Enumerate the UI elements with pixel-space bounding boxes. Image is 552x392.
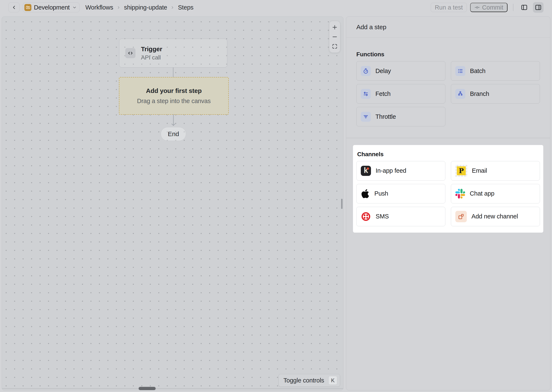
function-card-throttle[interactable]: Throttle xyxy=(356,107,445,126)
channel-card-label: Email xyxy=(472,167,487,174)
channel-card-sms[interactable]: SMS xyxy=(356,207,445,226)
channel-card-label: In-app feed xyxy=(376,167,406,174)
sidebar-header: Add a step xyxy=(346,17,550,37)
channel-card-in-app-feed[interactable]: k In-app feed xyxy=(356,161,445,181)
functions-section-label: Functions xyxy=(356,51,540,58)
function-card-delay[interactable]: Delay xyxy=(356,61,445,81)
twilio-logo-icon xyxy=(361,211,371,222)
horizontal-scrollbar-thumb[interactable] xyxy=(139,387,156,390)
function-card-label: Branch xyxy=(470,90,489,97)
environment-label: Development xyxy=(34,4,70,11)
function-card-label: Batch xyxy=(470,68,486,75)
sidebar-body: Functions Delay Batch xyxy=(346,51,550,243)
channel-card-push[interactable]: Push xyxy=(356,184,445,203)
toggle-controls-label: Toggle controls xyxy=(283,377,324,384)
toggle-controls-button[interactable]: Toggle controls K xyxy=(279,374,340,387)
function-card-fetch[interactable]: Fetch xyxy=(356,84,445,104)
zoom-in-button[interactable] xyxy=(330,23,340,32)
chevron-left-icon xyxy=(11,5,17,10)
toggle-right-panel-button[interactable] xyxy=(533,2,544,13)
folder-icon xyxy=(24,4,31,11)
trigger-subtitle: API call xyxy=(141,54,162,61)
channel-card-label: Push xyxy=(374,190,388,197)
channels-section-label: Channels xyxy=(357,151,540,158)
breadcrumb-workflows[interactable]: Workflows xyxy=(85,4,113,11)
function-card-label: Fetch xyxy=(375,90,391,97)
breadcrumb-workflow-name[interactable]: shipping-update xyxy=(124,4,167,11)
slack-logo-icon xyxy=(455,189,465,199)
main-area: Trigger API call Add your first step Dra… xyxy=(2,16,550,390)
commit-icon xyxy=(474,5,480,10)
swap-arrows-icon xyxy=(361,89,371,99)
zoom-out-button[interactable] xyxy=(330,32,340,42)
function-card-label: Delay xyxy=(375,68,391,75)
branch-tree-icon xyxy=(455,89,465,99)
chevron-right-icon xyxy=(116,6,121,9)
back-button[interactable] xyxy=(8,3,20,12)
trigger-node[interactable]: Trigger API call xyxy=(119,39,227,68)
end-node: End xyxy=(161,127,186,141)
sidebar-divider xyxy=(346,138,550,138)
top-bar: Development Workflows shipping-update St… xyxy=(0,0,552,15)
chevron-right-icon xyxy=(170,6,174,9)
function-card-label: Throttle xyxy=(375,113,396,120)
channel-card-add-new[interactable]: Add new channel xyxy=(451,207,540,226)
dropzone-subtitle: Drag a step into the canvas xyxy=(137,98,211,105)
minus-icon xyxy=(332,34,338,40)
functions-grid: Delay Batch Fetch xyxy=(356,61,540,126)
commit-label: Commit xyxy=(482,4,503,11)
toggle-left-panel-button[interactable] xyxy=(519,2,530,13)
batch-list-icon xyxy=(455,66,465,76)
channel-card-label: SMS xyxy=(376,213,389,220)
apple-logo-icon xyxy=(361,189,370,199)
fullscreen-icon xyxy=(332,43,338,49)
add-first-step-dropzone[interactable]: Add your first step Drag a step into the… xyxy=(119,77,229,115)
plus-icon xyxy=(332,24,338,30)
knock-logo-icon: k xyxy=(361,166,371,176)
dropzone-title: Add your first step xyxy=(146,87,202,94)
panel-left-icon xyxy=(521,4,528,11)
panel-right-icon xyxy=(535,4,542,11)
vertical-scrollbar-thumb[interactable] xyxy=(341,199,342,209)
add-step-sidebar: Add a step Functions Delay Batch xyxy=(346,16,550,390)
postmark-logo-icon: P xyxy=(455,165,467,177)
function-card-batch[interactable]: Batch xyxy=(451,61,540,81)
keyboard-shortcut-badge: K xyxy=(328,376,337,385)
fit-view-button[interactable] xyxy=(330,42,340,51)
trigger-title: Trigger xyxy=(141,46,162,53)
code-icon xyxy=(125,48,135,58)
workflow-canvas[interactable]: Trigger API call Add your first step Dra… xyxy=(2,16,343,390)
stopwatch-icon xyxy=(361,66,371,76)
add-channel-icon xyxy=(455,211,467,222)
sidebar-title: Add a step xyxy=(356,23,386,31)
horizontal-scrollbar-track xyxy=(2,388,343,389)
breadcrumb: Workflows shipping-update Steps xyxy=(85,4,194,11)
canvas-zoom-controls xyxy=(329,21,340,53)
channel-card-chat-app[interactable]: Chat app xyxy=(451,184,540,203)
edge-connector xyxy=(173,68,173,77)
channel-card-label: Add new channel xyxy=(472,213,518,220)
topbar-divider xyxy=(513,4,513,11)
function-card-branch[interactable]: Branch xyxy=(451,84,540,104)
channels-highlight-panel: Channels k In-app feed P xyxy=(353,145,543,233)
channel-card-email[interactable]: P Email xyxy=(451,161,540,181)
run-test-button[interactable]: Run a test xyxy=(431,3,467,12)
commit-button[interactable]: Commit xyxy=(470,3,508,12)
breadcrumb-steps[interactable]: Steps xyxy=(178,4,193,11)
environment-switcher[interactable]: Development xyxy=(23,3,80,12)
channel-card-label: Chat app xyxy=(470,190,494,197)
channels-grid: k In-app feed P Email xyxy=(356,161,540,226)
chevron-down-icon xyxy=(72,5,77,10)
end-label: End xyxy=(168,130,179,138)
filter-lines-icon xyxy=(361,112,371,122)
edge-arrow xyxy=(171,114,176,127)
